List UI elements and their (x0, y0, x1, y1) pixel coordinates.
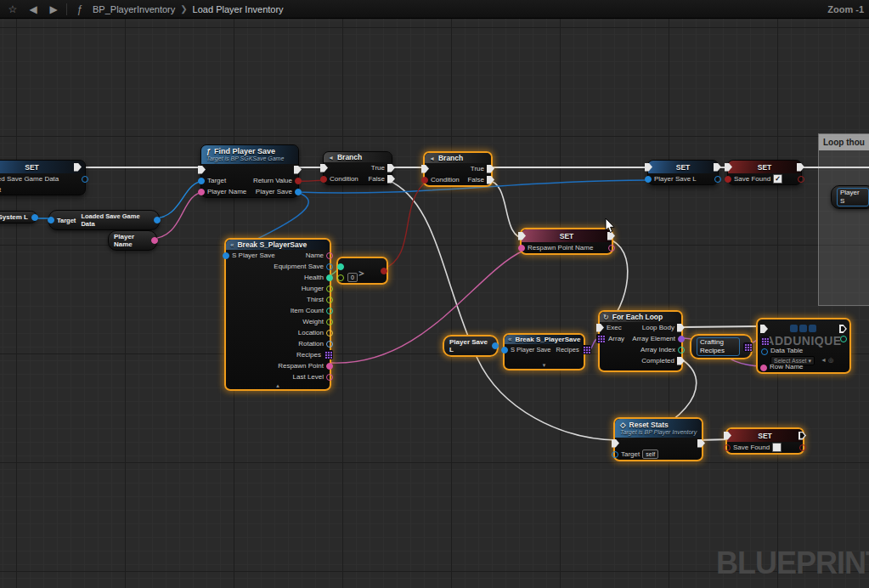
node-add-unique[interactable]: ADDUNIQUE Data Table Select Asset ▾ ◄ ◎ … (756, 318, 851, 374)
collapse-arrow-icon[interactable]: ▾ (505, 362, 584, 368)
exec-in-pin[interactable] (198, 166, 206, 174)
pin-label: Condition (431, 176, 460, 184)
item-count-out-pin[interactable] (326, 308, 333, 314)
node-get-save-system[interactable]: ve System L (0, 211, 37, 223)
node-branch-2[interactable]: ◄ Branch True Condition False (423, 151, 493, 187)
target-in-pin[interactable] (48, 217, 54, 223)
input-b-pin[interactable] (337, 274, 344, 281)
struct-in-pin[interactable] (223, 252, 229, 259)
node-title: SET (728, 163, 801, 172)
node-greater-than[interactable]: 0 ＞ (336, 257, 388, 285)
node-set-save-found-bottom[interactable]: SET Save Found (725, 427, 804, 455)
exec-out-pin[interactable] (839, 325, 847, 333)
browse-asset-icon[interactable]: ◎ (828, 357, 833, 364)
pin-label: Player Save (256, 188, 292, 195)
array-in-pin[interactable] (596, 334, 606, 343)
name-out-pin[interactable] (151, 237, 158, 244)
node-for-each-loop[interactable]: ↻ For Each Loop Exec Loop Body Array Arr… (598, 310, 683, 372)
target-label: Target (57, 217, 76, 224)
value-out-pin[interactable] (798, 176, 804, 183)
forward-icon[interactable]: ▶ (46, 2, 61, 17)
location-out-pin[interactable] (326, 330, 333, 336)
rotation-out-pin[interactable] (326, 341, 333, 348)
node-break-splayersave-2[interactable]: « Break S_PlayerSave S Player Save Recip… (503, 333, 585, 370)
node-get-loaded-save-game-data[interactable]: Target Loaded Save Game Data (48, 210, 160, 230)
comment-box[interactable]: Loop thou (818, 133, 869, 306)
condition-in-pin[interactable] (421, 177, 428, 184)
node-set-save-found-top[interactable]: SET Save Found ✓ (727, 160, 802, 185)
exec-in-pin[interactable] (320, 164, 328, 172)
value-out-pin[interactable] (714, 176, 721, 183)
collapse-arrow-icon[interactable]: ▴ (226, 382, 330, 388)
comment-title[interactable]: Loop thou (819, 134, 869, 150)
use-selected-icon[interactable]: ◄ (821, 357, 827, 363)
target-array-in-pin[interactable] (760, 336, 770, 346)
hunger-out-pin[interactable] (326, 286, 333, 292)
variable-label: Loaded Save Game Data (81, 212, 151, 228)
pin-label: Completed (641, 357, 674, 365)
node-reset-stats[interactable]: ◇ Reset Stats Target is BP Player Invent… (613, 417, 703, 461)
player-save-out-pin[interactable] (295, 189, 302, 195)
exec-in-pin[interactable] (760, 325, 768, 333)
node-set-player-save-l[interactable]: SET Player Save L (647, 160, 719, 185)
target-in-pin[interactable] (198, 178, 205, 184)
node-break-splayersave-1[interactable]: « Break S_PlayerSave S Player Save Name … (224, 238, 331, 391)
exec-in-pin[interactable] (421, 165, 429, 173)
bool-checkbox[interactable]: ✓ (773, 174, 782, 184)
data-table-in-pin[interactable] (761, 348, 768, 355)
pin-label: Health (304, 274, 324, 281)
node-get-player-save-l[interactable]: Player Save L (443, 335, 499, 357)
value-out-pin[interactable] (799, 444, 806, 451)
object-out-pin[interactable] (31, 214, 38, 221)
target-in-pin[interactable] (612, 451, 618, 458)
node-get-player-name[interactable]: Player Name (108, 230, 157, 251)
name-out-pin[interactable] (326, 252, 333, 259)
condition-in-pin[interactable] (320, 176, 327, 183)
array-index-out-pin[interactable] (678, 347, 685, 353)
recipes-array-out-pin[interactable] (582, 345, 591, 354)
node-get-crafting-recipes[interactable]: Crafting Recipes (690, 334, 753, 359)
value-out-pin[interactable] (608, 245, 615, 252)
value-out-pin[interactable] (154, 217, 161, 223)
value-in-pin[interactable] (518, 245, 525, 252)
back-icon[interactable]: ◀ (25, 2, 41, 17)
node-get-player-save-right[interactable]: Player S (831, 185, 869, 209)
player-name-in-pin[interactable] (198, 189, 205, 195)
return-value-out-pin[interactable] (295, 178, 302, 184)
bookmark-icon[interactable]: ☆ (5, 2, 20, 17)
bool-out-pin[interactable] (381, 268, 387, 274)
node-set-respawn-point-name[interactable]: SET Respawn Point Name (520, 228, 613, 255)
array-out-pin[interactable] (743, 342, 753, 352)
last-level-out-pin[interactable] (326, 374, 333, 381)
exec-in-pin[interactable] (612, 439, 619, 448)
weight-out-pin[interactable] (326, 319, 333, 325)
self-default-box[interactable]: self (642, 449, 658, 459)
exec-in-pin[interactable] (596, 324, 604, 332)
recipes-array-out-pin[interactable] (324, 350, 333, 359)
bool-checkbox[interactable] (772, 443, 782, 452)
struct-in-pin[interactable] (501, 347, 508, 353)
array-element-out-pin[interactable] (678, 336, 685, 342)
value-in-pin[interactable] (724, 444, 731, 451)
pin-label: Player Name (207, 188, 246, 195)
breadcrumb-blueprint[interactable]: BP_PlayerInventory (93, 4, 175, 14)
thirst-out-pin[interactable] (326, 297, 333, 303)
node-title: Break S_PlayerSave (237, 240, 307, 249)
value-out-pin[interactable] (82, 176, 88, 183)
equipment-save-out-pin[interactable] (326, 263, 333, 270)
array-watermark-icon (790, 325, 816, 332)
respawn-point-out-pin[interactable] (326, 363, 333, 370)
index-out-pin[interactable] (840, 336, 847, 342)
row-name-in-pin[interactable] (760, 365, 767, 371)
health-out-pin[interactable] (326, 274, 333, 281)
node-find-player-save[interactable]: ƒ Find Player Save Target is BP SGKSave … (200, 144, 299, 198)
pin-label: Array (608, 335, 624, 342)
node-set-loaded-save-game-data[interactable]: SET Loaded Save Game Data Target (0, 160, 86, 195)
value-in-pin[interactable] (725, 176, 731, 183)
value-in-pin[interactable] (645, 176, 652, 183)
breadcrumb-graph[interactable]: Load Player Inventory (193, 4, 284, 14)
node-branch-1[interactable]: ◄ Branch True Condition False (323, 151, 392, 185)
object-out-pin[interactable] (492, 342, 499, 349)
graph-canvas[interactable] (0, 19, 869, 588)
input-a-pin[interactable] (337, 263, 344, 270)
